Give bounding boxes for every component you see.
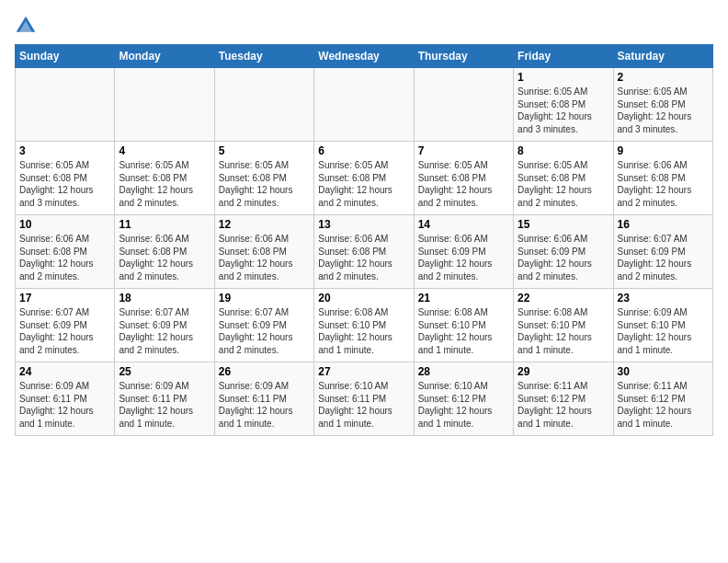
day-info: Sunrise: 6:07 AM Sunset: 6:09 PM Dayligh… (19, 306, 110, 356)
calendar-cell: 10Sunrise: 6:06 AM Sunset: 6:08 PM Dayli… (16, 215, 115, 289)
week-row-2: 3Sunrise: 6:05 AM Sunset: 6:08 PM Daylig… (16, 142, 713, 215)
day-number: 9 (618, 144, 709, 157)
day-number: 12 (219, 218, 310, 231)
day-number: 24 (19, 365, 110, 378)
calendar-cell: 25Sunrise: 6:09 AM Sunset: 6:11 PM Dayli… (115, 362, 214, 436)
day-info: Sunrise: 6:05 AM Sunset: 6:08 PM Dayligh… (518, 86, 609, 135)
calendar-cell: 13Sunrise: 6:06 AM Sunset: 6:08 PM Dayli… (314, 215, 414, 289)
day-info: Sunrise: 6:06 AM Sunset: 6:08 PM Dayligh… (119, 233, 210, 282)
header-day-friday: Friday (514, 45, 613, 68)
header-day-sunday: Sunday (16, 45, 115, 68)
day-number: 10 (19, 218, 110, 231)
calendar-cell: 20Sunrise: 6:08 AM Sunset: 6:10 PM Dayli… (314, 289, 414, 362)
calendar-cell: 19Sunrise: 6:07 AM Sunset: 6:09 PM Dayli… (214, 289, 313, 362)
calendar-cell: 16Sunrise: 6:07 AM Sunset: 6:09 PM Dayli… (613, 215, 712, 289)
calendar-cell: 4Sunrise: 6:05 AM Sunset: 6:08 PM Daylig… (115, 142, 214, 215)
calendar-cell: 9Sunrise: 6:06 AM Sunset: 6:08 PM Daylig… (613, 142, 712, 215)
calendar-cell: 6Sunrise: 6:05 AM Sunset: 6:08 PM Daylig… (314, 142, 414, 215)
day-info: Sunrise: 6:05 AM Sunset: 6:08 PM Dayligh… (418, 159, 509, 209)
day-number: 15 (518, 218, 609, 231)
header-row: SundayMondayTuesdayWednesdayThursdayFrid… (16, 45, 713, 68)
calendar-cell (214, 68, 313, 142)
day-number: 25 (119, 365, 210, 378)
day-number: 7 (418, 144, 509, 157)
day-info: Sunrise: 6:09 AM Sunset: 6:11 PM Dayligh… (219, 380, 310, 430)
day-info: Sunrise: 6:07 AM Sunset: 6:09 PM Dayligh… (219, 306, 310, 356)
day-number: 19 (219, 292, 310, 304)
day-number: 23 (618, 292, 709, 304)
calendar-cell: 22Sunrise: 6:08 AM Sunset: 6:10 PM Dayli… (514, 289, 613, 362)
header-day-tuesday: Tuesday (214, 45, 313, 68)
header-day-saturday: Saturday (613, 45, 712, 68)
logo (15, 15, 40, 37)
day-info: Sunrise: 6:07 AM Sunset: 6:09 PM Dayligh… (618, 233, 709, 282)
week-row-1: 1Sunrise: 6:05 AM Sunset: 6:08 PM Daylig… (16, 68, 713, 142)
day-number: 22 (518, 292, 609, 304)
week-row-3: 10Sunrise: 6:06 AM Sunset: 6:08 PM Dayli… (16, 215, 713, 289)
day-number: 16 (618, 218, 709, 231)
day-info: Sunrise: 6:09 AM Sunset: 6:11 PM Dayligh… (119, 380, 210, 430)
day-info: Sunrise: 6:08 AM Sunset: 6:10 PM Dayligh… (318, 306, 409, 356)
calendar-cell: 7Sunrise: 6:05 AM Sunset: 6:08 PM Daylig… (414, 142, 513, 215)
calendar-cell (115, 68, 214, 142)
day-info: Sunrise: 6:10 AM Sunset: 6:11 PM Dayligh… (318, 380, 409, 430)
day-number: 1 (518, 71, 609, 84)
calendar-cell: 21Sunrise: 6:08 AM Sunset: 6:10 PM Dayli… (414, 289, 513, 362)
day-info: Sunrise: 6:05 AM Sunset: 6:08 PM Dayligh… (219, 159, 310, 209)
calendar-header: SundayMondayTuesdayWednesdayThursdayFrid… (16, 45, 713, 68)
day-number: 30 (618, 365, 709, 378)
day-info: Sunrise: 6:09 AM Sunset: 6:10 PM Dayligh… (618, 306, 709, 356)
day-number: 11 (119, 218, 210, 231)
header-day-wednesday: Wednesday (314, 45, 414, 68)
day-number: 28 (418, 365, 509, 378)
day-number: 20 (318, 292, 409, 304)
calendar-cell: 15Sunrise: 6:06 AM Sunset: 6:09 PM Dayli… (514, 215, 613, 289)
day-info: Sunrise: 6:06 AM Sunset: 6:08 PM Dayligh… (19, 233, 110, 282)
calendar-cell: 2Sunrise: 6:05 AM Sunset: 6:08 PM Daylig… (613, 68, 712, 142)
day-info: Sunrise: 6:06 AM Sunset: 6:08 PM Dayligh… (318, 233, 409, 282)
calendar-cell (414, 68, 513, 142)
day-info: Sunrise: 6:08 AM Sunset: 6:10 PM Dayligh… (418, 306, 509, 356)
calendar-cell: 28Sunrise: 6:10 AM Sunset: 6:12 PM Dayli… (414, 362, 513, 436)
day-info: Sunrise: 6:06 AM Sunset: 6:08 PM Dayligh… (219, 233, 310, 282)
day-info: Sunrise: 6:06 AM Sunset: 6:08 PM Dayligh… (618, 159, 709, 209)
calendar-cell (314, 68, 414, 142)
calendar-cell: 5Sunrise: 6:05 AM Sunset: 6:08 PM Daylig… (214, 142, 313, 215)
calendar-cell: 18Sunrise: 6:07 AM Sunset: 6:09 PM Dayli… (115, 289, 214, 362)
day-number: 6 (318, 144, 409, 157)
calendar-table: SundayMondayTuesdayWednesdayThursdayFrid… (15, 44, 713, 436)
calendar-cell (16, 68, 115, 142)
day-number: 5 (219, 144, 310, 157)
day-info: Sunrise: 6:06 AM Sunset: 6:09 PM Dayligh… (518, 233, 609, 282)
day-number: 2 (618, 71, 709, 84)
day-info: Sunrise: 6:07 AM Sunset: 6:09 PM Dayligh… (119, 306, 210, 356)
day-info: Sunrise: 6:05 AM Sunset: 6:08 PM Dayligh… (518, 159, 609, 209)
header-day-monday: Monday (115, 45, 214, 68)
day-number: 8 (518, 144, 609, 157)
day-info: Sunrise: 6:05 AM Sunset: 6:08 PM Dayligh… (19, 159, 110, 209)
calendar-cell: 29Sunrise: 6:11 AM Sunset: 6:12 PM Dayli… (514, 362, 613, 436)
day-info: Sunrise: 6:05 AM Sunset: 6:08 PM Dayligh… (618, 86, 709, 135)
day-number: 29 (518, 365, 609, 378)
day-number: 17 (19, 292, 110, 304)
calendar-cell: 1Sunrise: 6:05 AM Sunset: 6:08 PM Daylig… (514, 68, 613, 142)
calendar-cell: 17Sunrise: 6:07 AM Sunset: 6:09 PM Dayli… (16, 289, 115, 362)
calendar-cell: 30Sunrise: 6:11 AM Sunset: 6:12 PM Dayli… (613, 362, 712, 436)
calendar-cell: 24Sunrise: 6:09 AM Sunset: 6:11 PM Dayli… (16, 362, 115, 436)
day-info: Sunrise: 6:11 AM Sunset: 6:12 PM Dayligh… (518, 380, 609, 430)
calendar-cell: 12Sunrise: 6:06 AM Sunset: 6:08 PM Dayli… (214, 215, 313, 289)
calendar-cell: 27Sunrise: 6:10 AM Sunset: 6:11 PM Dayli… (314, 362, 414, 436)
calendar-cell: 23Sunrise: 6:09 AM Sunset: 6:10 PM Dayli… (613, 289, 712, 362)
day-number: 18 (119, 292, 210, 304)
day-number: 4 (119, 144, 210, 157)
calendar-cell: 11Sunrise: 6:06 AM Sunset: 6:08 PM Dayli… (115, 215, 214, 289)
day-info: Sunrise: 6:11 AM Sunset: 6:12 PM Dayligh… (618, 380, 709, 430)
day-info: Sunrise: 6:06 AM Sunset: 6:09 PM Dayligh… (418, 233, 509, 282)
week-row-5: 24Sunrise: 6:09 AM Sunset: 6:11 PM Dayli… (16, 362, 713, 436)
calendar-cell: 26Sunrise: 6:09 AM Sunset: 6:11 PM Dayli… (214, 362, 313, 436)
header-day-thursday: Thursday (414, 45, 513, 68)
day-number: 21 (418, 292, 509, 304)
day-number: 27 (318, 365, 409, 378)
calendar-cell: 3Sunrise: 6:05 AM Sunset: 6:08 PM Daylig… (16, 142, 115, 215)
day-info: Sunrise: 6:09 AM Sunset: 6:11 PM Dayligh… (19, 380, 110, 430)
